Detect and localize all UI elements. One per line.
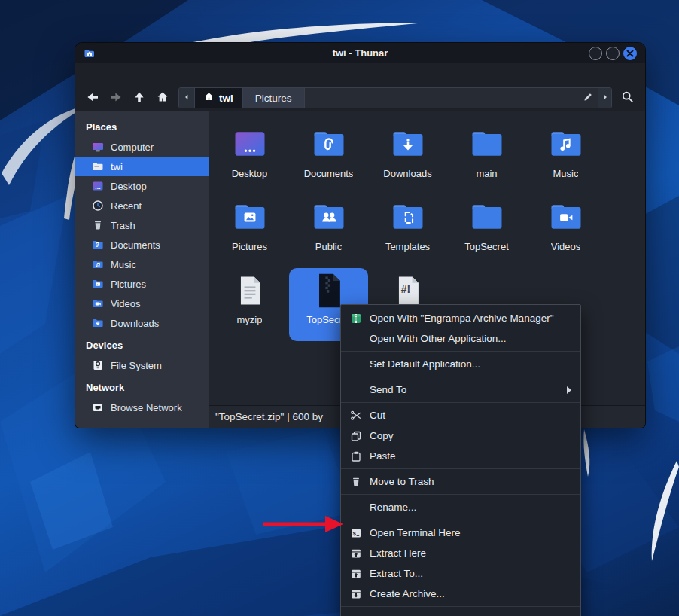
path-bar: twi Pictures (178, 87, 612, 108)
file-label: Desktop (232, 168, 268, 179)
file-label: Videos (551, 241, 581, 252)
context-menu-item[interactable]: Open With "Engrampa Archive Manager" (341, 308, 580, 328)
path-scroll-left-button[interactable] (179, 88, 195, 108)
context-menu-item-label: Move to Trash (370, 476, 434, 487)
context-menu-item[interactable]: Paste (341, 446, 580, 466)
path-crumb-button[interactable]: Pictures (243, 88, 305, 108)
file-item[interactable]: myzip (210, 268, 289, 341)
window-title: twi - Thunar (75, 47, 645, 59)
folder-videos-icon (92, 297, 104, 310)
sidebar-item[interactable]: Pictures (75, 274, 209, 294)
path-scroll-right-button[interactable] (598, 88, 611, 108)
menu-separator (341, 377, 580, 377)
fl-videos-icon (545, 198, 587, 237)
file-item[interactable]: Documents (289, 122, 368, 195)
menubar-item[interactable] (79, 63, 96, 85)
menu-separator (341, 520, 580, 520)
context-menu-item[interactable]: Copy (341, 425, 580, 446)
file-item[interactable]: main (447, 122, 526, 195)
menu-separator (341, 351, 580, 352)
nav-button[interactable] (152, 88, 173, 108)
search-button[interactable] (616, 87, 638, 108)
file-item[interactable]: Templates (368, 195, 447, 268)
search-icon (621, 90, 634, 105)
file-label: Pictures (232, 241, 267, 252)
file-item[interactable]: Downloads (368, 122, 447, 195)
status-text: "TopSecret.zip" | 600 by (215, 411, 323, 422)
folder-music-icon (92, 258, 104, 270)
recent-icon (92, 200, 104, 212)
home-icon (157, 91, 169, 105)
minimize-button[interactable] (589, 47, 602, 60)
menubar-item[interactable] (129, 63, 145, 85)
fl-music-icon (545, 125, 587, 164)
sidebar-item[interactable]: Desktop (75, 176, 209, 196)
forward-icon (110, 91, 122, 105)
file-item[interactable]: Pictures (210, 195, 289, 268)
sidebar-item[interactable]: twi (75, 157, 209, 176)
nav-button[interactable] (82, 88, 103, 108)
file-item[interactable]: Videos (526, 195, 605, 268)
nav-button[interactable] (129, 88, 150, 108)
context-menu-item[interactable]: Extract Here (341, 543, 580, 563)
context-menu-item[interactable]: Set Default Application... (341, 354, 580, 374)
sidebar-item[interactable]: Computer (75, 137, 209, 157)
folder-user-icon (92, 160, 104, 172)
file-item[interactable]: TopSecret (447, 195, 526, 268)
sidebar-item-label: Trash (111, 220, 135, 231)
sidebar-item-label: twi (111, 161, 123, 172)
nav-button[interactable] (105, 88, 126, 108)
path-home-label: twi (219, 93, 233, 104)
context-menu-item-label: Rename... (370, 502, 416, 513)
menubar-item[interactable] (96, 63, 112, 85)
cut-icon (350, 410, 362, 422)
path-home-button[interactable]: twi (195, 88, 243, 108)
context-menu-item[interactable]: $ Open Terminal Here (341, 523, 580, 543)
sidebar-item[interactable]: File System (75, 355, 209, 375)
file-label: main (476, 168, 497, 179)
sidebar-item[interactable]: Downloads (75, 313, 209, 333)
menubar-item[interactable] (162, 63, 178, 85)
context-menu-item[interactable]: Extract To... (341, 563, 580, 584)
maximize-button[interactable] (606, 47, 620, 60)
path-edit-button[interactable] (577, 88, 598, 108)
context-menu-item[interactable]: Move to Trash (341, 471, 580, 492)
back-icon (87, 91, 99, 105)
fl-desktop-icon (229, 125, 271, 164)
file-item[interactable]: Music (526, 122, 605, 195)
menubar-item[interactable] (112, 63, 129, 85)
menu-separator (341, 606, 580, 607)
sidebar-header-network: Network (75, 378, 209, 398)
extract-icon (350, 568, 362, 580)
file-label: Templates (385, 241, 430, 252)
sidebar-item-label: Music (111, 259, 136, 270)
chevron-right-icon (601, 93, 610, 104)
sidebar-item-label: Computer (111, 142, 154, 153)
sidebar-item[interactable]: Videos (75, 294, 209, 313)
sidebar-item[interactable]: Recent (75, 196, 209, 215)
file-item[interactable]: Desktop (210, 122, 289, 195)
sidebar-item[interactable]: Documents (75, 235, 209, 255)
menu-separator (341, 494, 580, 495)
context-menu-item[interactable]: Send To (341, 380, 580, 400)
svg-text:$: $ (352, 530, 356, 536)
context-menu-item[interactable]: Properties... (341, 609, 580, 616)
context-menu-item-label: Extract To... (370, 568, 423, 579)
menubar-item[interactable] (145, 63, 162, 85)
context-menu-item-label: Create Archive... (370, 588, 445, 599)
sidebar-item[interactable]: Music (75, 255, 209, 274)
context-menu-item[interactable]: Create Archive... (341, 584, 580, 604)
context-menu-item-label: Extract Here (370, 547, 426, 559)
menubar (75, 63, 645, 85)
context-menu-item[interactable]: Rename... (341, 497, 580, 517)
sidebar-item[interactable]: Trash (75, 215, 209, 235)
context-menu-item[interactable]: Cut (341, 405, 580, 425)
sidebar-item[interactable]: Browse Network (75, 398, 209, 417)
close-button[interactable] (623, 47, 637, 60)
folder-documents-icon (92, 239, 104, 251)
computer-icon (92, 141, 104, 153)
file-item[interactable]: Public (289, 195, 368, 268)
copy-icon (350, 430, 362, 442)
context-menu-item[interactable]: Open With Other Application... (341, 328, 580, 349)
fl-plain-icon (466, 198, 508, 237)
